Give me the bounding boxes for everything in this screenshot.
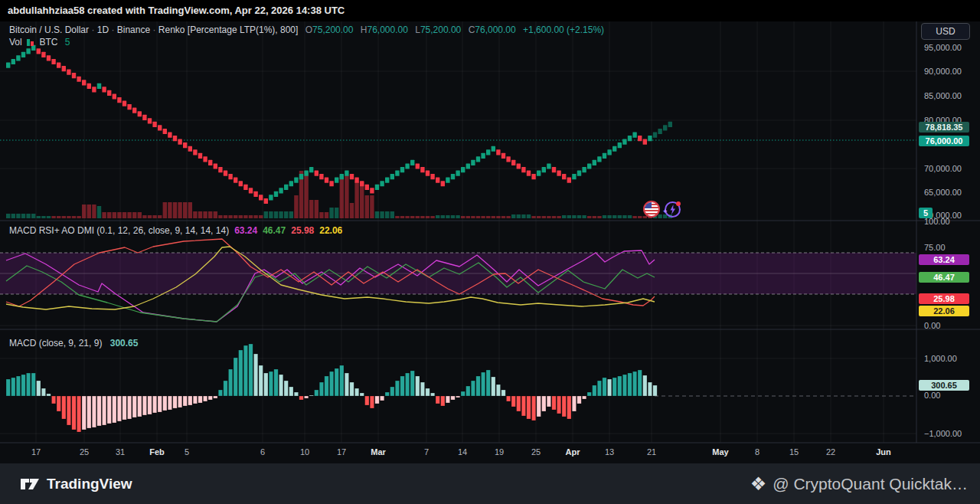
time-axis-label: Jun — [876, 447, 891, 457]
macd-value: 300.65 — [110, 338, 139, 349]
volume-legend[interactable]: Vol BTC 5 — [9, 37, 70, 47]
watermark-bar: abdullahhziaa58 created with TradingView… — [0, 0, 980, 21]
chart-type-label: Renko [Percentage LTP(1%), 800] — [158, 25, 299, 35]
volume-value: 5 — [65, 37, 70, 47]
time-axis-label: 25 — [531, 447, 541, 457]
close-label: C — [469, 25, 475, 35]
axis-price-badge: 78,818.35 — [919, 122, 969, 133]
axis-label: 70,000.00 — [924, 164, 962, 173]
tradingview-logo-icon — [20, 475, 40, 493]
time-axis-label: 21 — [647, 447, 656, 457]
time-axis-label: 31 — [116, 447, 125, 457]
macd-title: MACD (close, 9, 21, 9) — [9, 338, 102, 349]
low-value: 75,200.00 — [420, 25, 461, 35]
low-label: L — [415, 25, 420, 35]
volume-label: Vol — [9, 37, 22, 47]
tradingview-chart-window: abdullahhziaa58 created with TradingView… — [0, 0, 980, 504]
us-economic-event-icon[interactable] — [643, 201, 660, 218]
time-axis-label: 15 — [789, 447, 799, 457]
time-axis-label: 25 — [80, 447, 89, 457]
indicator-value: 25.98 — [291, 225, 314, 236]
macd-panel-header[interactable]: MACD (close, 9, 21, 9) 300.65 — [9, 338, 138, 349]
axis-price-badge: 46.47 — [919, 272, 969, 283]
change-value: +1,600.00 (+2.15%) — [523, 25, 604, 35]
time-axis-label: May — [712, 447, 728, 457]
time-axis-label: 17 — [31, 447, 41, 457]
volume-mini-icon — [27, 39, 34, 46]
axis-label: 100.00 — [924, 217, 950, 226]
currency-selector-button[interactable]: USD — [921, 23, 970, 40]
interval-label[interactable]: 1D — [97, 25, 109, 35]
time-axis-label: 17 — [337, 447, 346, 457]
attribution-text: @ CryptoQuant Quicktak… — [773, 475, 968, 493]
time-axis-label: 8 — [755, 447, 760, 457]
events-refresh-icon[interactable]: ✦ — [665, 201, 681, 218]
footer-bar: TradingView ❖ @ CryptoQuant Quicktak… — [0, 463, 980, 504]
time-axis-label: 14 — [458, 447, 467, 457]
time-axis-label: Apr — [566, 447, 580, 457]
symbol-title[interactable]: Bitcoin / U.S. Dollar — [9, 25, 89, 35]
sparkle-icon: ✦ — [662, 208, 668, 215]
axis-label: 0.00 — [924, 391, 940, 400]
axis-label: 75.00 — [924, 243, 946, 252]
axis-label: 85,000.00 — [924, 91, 962, 100]
axis-price-badge: 63.24 — [919, 254, 969, 265]
volume-symbol: BTC — [39, 37, 57, 47]
axis-price-badge: 300.65 — [919, 380, 969, 391]
open-value: 75,200.00 — [312, 25, 353, 35]
chart-canvas[interactable] — [0, 0, 980, 504]
binance-logo-icon: ❖ — [750, 473, 767, 495]
axis-label: 90,000.00 — [924, 67, 962, 76]
axis-label: 65,000.00 — [924, 188, 962, 197]
axis-price-badge: 25.98 — [919, 293, 969, 304]
indicator-panel-header[interactable]: MACD RSI+ AO DMI (0.1, 12, 26, close, 9,… — [9, 225, 342, 236]
symbol-header[interactable]: Bitcoin / U.S. Dollar · 1D · Binance · R… — [9, 25, 604, 35]
attribution: ❖ @ CryptoQuant Quicktak… — [750, 473, 968, 495]
tradingview-brand-text: TradingView — [47, 476, 132, 493]
indicator-title: MACD RSI+ AO DMI (0.1, 12, 26, close, 9,… — [9, 225, 229, 236]
tradingview-brand[interactable]: TradingView — [20, 475, 132, 493]
open-label: O — [305, 25, 312, 35]
indicator-value: 46.47 — [263, 225, 286, 236]
notification-dot — [676, 201, 681, 206]
axis-label: 1,000.00 — [924, 354, 957, 363]
time-axis-label: 5 — [185, 447, 189, 457]
close-value: 76,000.00 — [475, 25, 515, 35]
high-value: 76,000.00 — [367, 25, 407, 35]
axis-label: −1,000.00 — [924, 429, 962, 438]
time-axis-label: 6 — [260, 447, 265, 457]
time-axis-label: 22 — [826, 447, 835, 457]
axis-price-badge: 76,000.00 — [919, 136, 969, 146]
time-axis-label: 19 — [495, 447, 504, 457]
indicator-value: 63.24 — [234, 225, 257, 236]
watermark-text: abdullahhziaa58 created with TradingView… — [8, 5, 345, 16]
time-axis-label: 7 — [424, 447, 429, 457]
axis-label: 0.00 — [924, 321, 940, 330]
time-axis-label: 10 — [300, 447, 309, 457]
time-axis-label: 13 — [605, 447, 614, 457]
axis-price-badge: 22.06 — [919, 306, 969, 316]
time-axis-label: Feb — [149, 447, 165, 457]
exchange-label: Binance — [117, 25, 150, 35]
indicator-value: 22.06 — [319, 225, 342, 236]
axis-label: 95,000.00 — [924, 43, 962, 52]
time-axis-label: Mar — [371, 447, 386, 457]
